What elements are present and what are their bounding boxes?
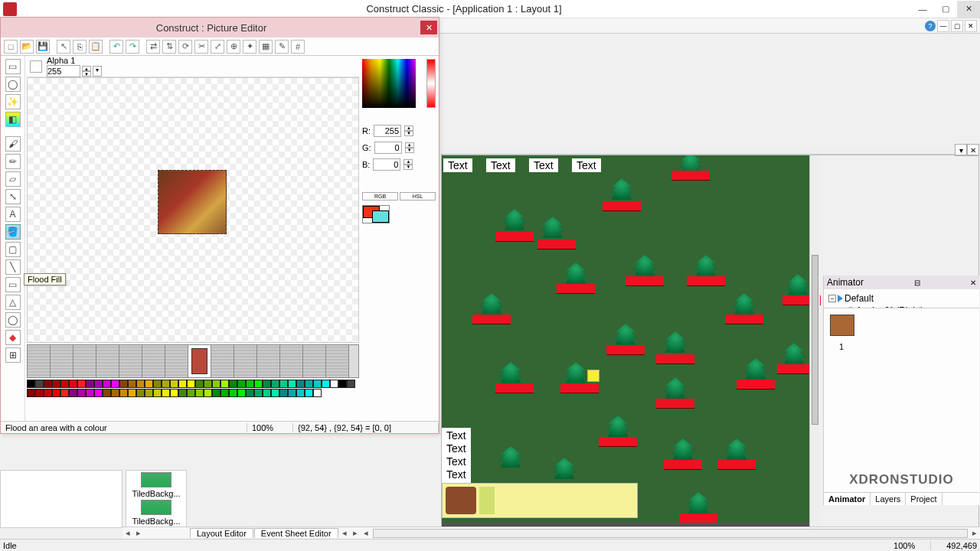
pencil-tool[interactable]: ✏ <box>5 154 21 169</box>
layout-canvas[interactable]: Text Text Text Text <box>442 155 809 528</box>
palette-color[interactable] <box>69 380 77 388</box>
palette-color[interactable] <box>187 389 195 397</box>
palette-color[interactable] <box>153 389 162 397</box>
palette-color[interactable] <box>288 380 296 388</box>
eraser-tool[interactable]: ▱ <box>5 171 21 187</box>
palette-color[interactable] <box>178 389 187 397</box>
palette-color[interactable] <box>347 380 355 388</box>
palette-color[interactable] <box>170 380 178 388</box>
tree-expand-icon[interactable]: − <box>828 295 836 302</box>
palette-color[interactable] <box>195 380 204 388</box>
resource-bar[interactable] <box>472 315 511 324</box>
flip-v-icon[interactable]: ⇅ <box>162 40 176 54</box>
tree-sprite[interactable] <box>541 217 564 238</box>
palette-color[interactable] <box>27 380 35 388</box>
palette-color[interactable] <box>44 380 52 388</box>
editor-canvas[interactable] <box>27 77 359 343</box>
inner-minimize-button[interactable]: — <box>937 20 949 32</box>
palette-color[interactable] <box>153 380 162 388</box>
tree-sprite[interactable] <box>499 446 522 468</box>
redo-icon[interactable]: ↷ <box>126 40 139 54</box>
tab-event-sheet-editor[interactable]: Event Sheet Editor <box>254 528 338 538</box>
palette-color[interactable] <box>119 389 128 397</box>
text-object[interactable]: Text <box>443 158 472 172</box>
text-object[interactable]: Text <box>572 158 601 172</box>
polygon-tool[interactable]: △ <box>5 295 21 310</box>
object-thumbnail[interactable] <box>141 500 172 515</box>
resource-bar[interactable] <box>495 232 534 241</box>
spin-down-icon[interactable]: ▼ <box>405 148 414 153</box>
wand-icon[interactable]: ✎ <box>275 40 289 54</box>
palette-color[interactable] <box>313 380 322 388</box>
palette-color[interactable] <box>94 389 103 397</box>
flip-h-icon[interactable]: ⇄ <box>146 40 160 54</box>
animator-tree[interactable]: − Default Angle: 0° (Right) − ne stavit <box>824 289 979 308</box>
palette-color[interactable] <box>338 380 347 388</box>
palette-color[interactable] <box>60 380 69 388</box>
palette-color[interactable] <box>271 389 279 397</box>
color-swatch[interactable] <box>362 205 390 223</box>
hotspot-tool[interactable]: ◆ <box>5 330 21 345</box>
properties-panel[interactable] <box>0 470 122 528</box>
text-list[interactable]: Text Text Text Text <box>442 428 471 483</box>
imagepoint-icon[interactable]: ✦ <box>243 40 256 54</box>
text-tool[interactable]: A <box>5 207 21 222</box>
tab-layers[interactable]: Layers <box>871 493 906 505</box>
tree-sprite[interactable] <box>694 255 717 276</box>
palette-color[interactable] <box>128 389 136 397</box>
resource-bar[interactable] <box>557 284 595 293</box>
spin-up-icon[interactable]: ▲ <box>405 142 414 148</box>
frame-current[interactable] <box>188 345 211 377</box>
undo-icon[interactable]: ↶ <box>109 40 123 54</box>
minimize-button[interactable]: — <box>911 1 934 18</box>
resource-bar[interactable] <box>656 354 694 364</box>
palette-color[interactable] <box>27 389 35 397</box>
spin-down-icon[interactable]: ▼ <box>403 165 413 170</box>
palette-color[interactable] <box>288 389 296 397</box>
palette-color[interactable] <box>263 380 271 388</box>
paste-icon[interactable]: 📋 <box>89 40 103 54</box>
palette-color[interactable] <box>254 380 263 388</box>
resource-bar[interactable] <box>664 460 702 469</box>
palette-color[interactable] <box>119 380 128 388</box>
editor-titlebar[interactable]: Construct : Picture Editor ✕ <box>1 18 439 37</box>
rectangle-tool[interactable]: ▭ <box>5 277 21 292</box>
resource-bar[interactable] <box>737 380 775 389</box>
alpha-dropdown-icon[interactable]: ▾ <box>93 66 102 77</box>
tab-animator[interactable]: Animator <box>824 493 871 505</box>
palette-color[interactable] <box>246 380 254 388</box>
building-icon[interactable] <box>479 487 495 514</box>
build-toolbar[interactable] <box>442 483 638 518</box>
palette-color[interactable] <box>296 389 305 397</box>
palette-color[interactable] <box>111 380 119 388</box>
brush-tool[interactable]: 🖌 <box>5 136 21 152</box>
tab-scroll-left-icon[interactable]: ◂ <box>122 528 133 538</box>
tree-sprite[interactable] <box>733 293 756 315</box>
shape-tool[interactable]: ▢ <box>5 242 21 257</box>
panel-close-icon[interactable]: ✕ <box>970 279 976 287</box>
hsl-tab[interactable]: HSL <box>400 192 436 201</box>
palette-color[interactable] <box>170 389 178 397</box>
g-input[interactable] <box>374 142 402 154</box>
hue-slider[interactable] <box>426 59 436 108</box>
palette-color[interactable] <box>60 389 69 397</box>
color-spectrum[interactable] <box>362 59 416 108</box>
resource-bar[interactable] <box>687 276 725 285</box>
tree-sprite[interactable] <box>671 439 694 460</box>
text-object[interactable]: Text <box>529 158 558 172</box>
inner-restore-button[interactable]: ▢ <box>951 20 963 32</box>
resource-bar[interactable] <box>560 383 599 393</box>
palette-color[interactable] <box>305 389 313 397</box>
rotate-icon[interactable]: ⟳ <box>178 40 192 54</box>
palette-color[interactable] <box>271 380 279 388</box>
palette-color[interactable] <box>86 389 94 397</box>
palette-color[interactable] <box>279 380 288 388</box>
palette-color[interactable] <box>111 389 119 397</box>
ellipse-tool[interactable]: ◯ <box>5 312 21 328</box>
palette-color[interactable] <box>195 389 204 397</box>
palette-color[interactable] <box>322 380 330 388</box>
palette-color[interactable] <box>279 389 288 397</box>
palette-color[interactable] <box>35 389 44 397</box>
alpha-spin-up-icon[interactable]: ▲ <box>82 66 91 71</box>
palette-color[interactable] <box>86 380 94 388</box>
